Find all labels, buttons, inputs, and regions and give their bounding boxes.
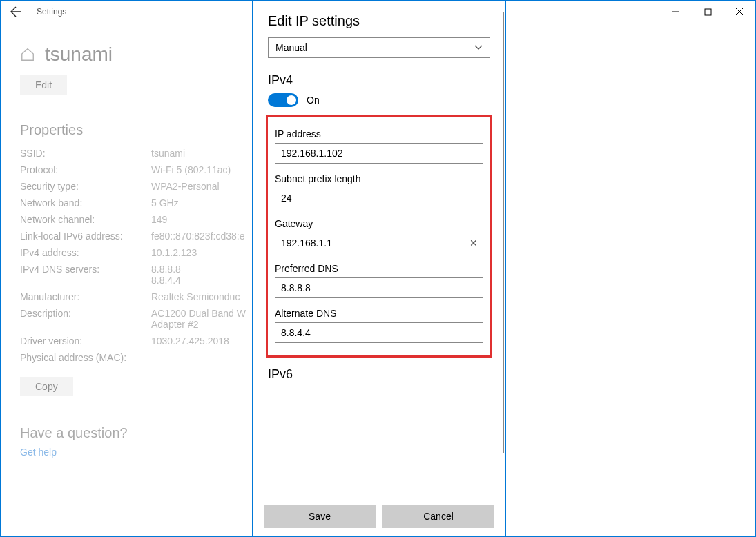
property-label: Description: <box>20 308 151 330</box>
property-label: IPv4 address: <box>20 247 151 258</box>
ip-address-input[interactable] <box>275 143 483 164</box>
property-label: Network channel: <box>20 214 151 225</box>
property-label: IPv4 DNS servers: <box>20 264 151 286</box>
property-value: AC1200 Dual Band W Adapter #2 <box>151 308 246 330</box>
window-controls <box>660 1 755 23</box>
property-value: Wi-Fi 5 (802.11ac) <box>151 164 231 175</box>
minimize-button[interactable] <box>660 1 692 23</box>
property-label: SSID: <box>20 148 151 159</box>
highlight-annotation: IP address Subnet prefix length Gateway … <box>266 115 492 358</box>
ipv4-heading: IPv4 <box>268 73 490 88</box>
preferred-dns-input[interactable] <box>275 277 483 298</box>
window-title: Settings <box>37 7 66 17</box>
gateway-input[interactable] <box>275 233 483 253</box>
property-value: 8.8.8.8 8.8.4.4 <box>151 264 181 286</box>
gateway-label: Gateway <box>275 218 483 229</box>
property-label: Driver version: <box>20 335 151 346</box>
property-label: Protocol: <box>20 164 151 175</box>
ip-address-label: IP address <box>275 128 483 139</box>
property-value: 1030.27.425.2018 <box>151 335 229 346</box>
property-label: Physical address (MAC): <box>20 352 151 363</box>
property-value: 10.1.2.123 <box>151 247 197 258</box>
ipv4-toggle-label: On <box>307 95 320 106</box>
property-value: 5 GHz <box>151 197 179 208</box>
ipv4-toggle[interactable] <box>268 93 298 107</box>
property-label: Security type: <box>20 181 151 192</box>
property-label: Network band: <box>20 197 151 208</box>
copy-button[interactable]: Copy <box>20 377 73 396</box>
property-label: Link-local IPv6 address: <box>20 231 151 242</box>
property-value: WPA2-Personal <box>151 181 220 192</box>
ip-mode-select[interactable]: Manual <box>268 37 490 58</box>
preferred-dns-label: Preferred DNS <box>275 263 483 274</box>
property-value: tsunami <box>151 148 185 159</box>
edit-button[interactable]: Edit <box>20 75 67 95</box>
alternate-dns-label: Alternate DNS <box>275 308 483 319</box>
clear-input-icon[interactable]: ✕ <box>469 237 478 248</box>
minimize-icon <box>672 8 680 16</box>
chevron-down-icon <box>474 43 483 52</box>
dialog-title: Edit IP settings <box>268 13 490 29</box>
ip-mode-selected: Manual <box>275 42 307 53</box>
property-value: Realtek Semiconduc <box>151 291 240 302</box>
property-label: Manufacturer: <box>20 291 151 302</box>
maximize-button[interactable] <box>692 1 724 23</box>
save-button[interactable]: Save <box>264 505 376 528</box>
property-value: 149 <box>151 214 167 225</box>
close-button[interactable] <box>724 1 755 23</box>
ipv6-heading: IPv6 <box>268 367 490 382</box>
back-arrow-icon <box>10 6 21 17</box>
subnet-input[interactable] <box>275 188 483 208</box>
subnet-label: Subnet prefix length <box>275 173 483 184</box>
cancel-button[interactable]: Cancel <box>382 505 494 528</box>
back-button[interactable] <box>6 2 26 21</box>
edit-ip-settings-dialog: Edit IP settings Manual IPv4 On IP addre… <box>252 1 506 537</box>
close-icon <box>735 8 744 16</box>
dialog-footer: Save Cancel <box>253 500 505 537</box>
property-value: fe80::870:823f:cd38:e <box>151 231 244 242</box>
alternate-dns-input[interactable] <box>275 322 483 343</box>
svg-rect-0 <box>705 9 711 15</box>
home-icon <box>20 47 35 62</box>
page-title: tsunami <box>45 43 113 66</box>
maximize-icon <box>704 8 712 16</box>
modal-scrollbar[interactable] <box>501 12 505 500</box>
